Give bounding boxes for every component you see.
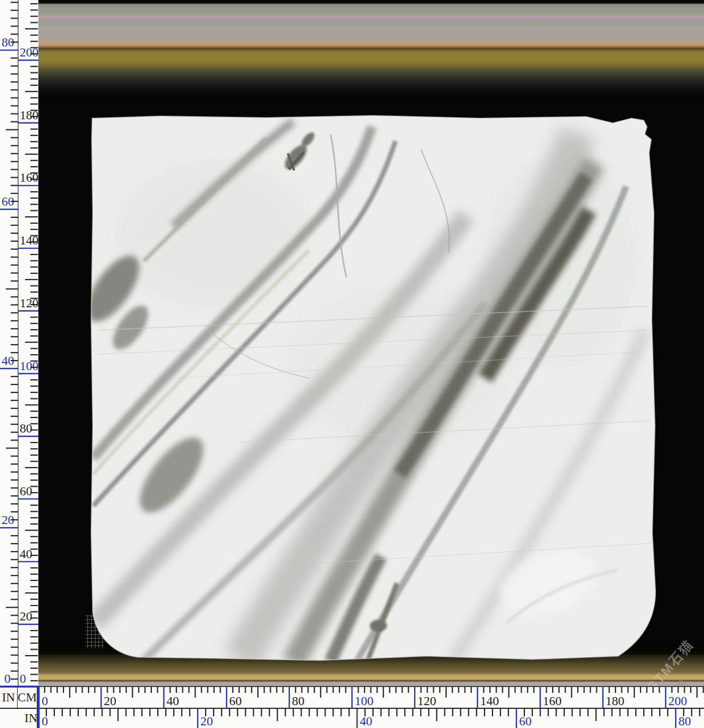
scanner-calibration-band-top <box>38 0 704 95</box>
svg-text:60: 60 <box>229 694 242 708</box>
bottom-ruler: 020406080100120140160180200020406080 <box>38 686 704 728</box>
svg-text:120: 120 <box>417 694 436 708</box>
corner-label-inches-vertical: IN <box>0 688 18 708</box>
svg-text:20: 20 <box>200 714 213 728</box>
corner-inches-row: IN <box>0 709 37 728</box>
svg-text:0: 0 <box>42 694 48 708</box>
ruler-corner: IN CM IN <box>0 686 38 728</box>
svg-text:0: 0 <box>42 714 48 728</box>
svg-text:20: 20 <box>20 609 33 623</box>
svg-text:60: 60 <box>20 484 33 498</box>
svg-text:40: 40 <box>360 714 373 728</box>
corner-units-row: IN CM <box>0 688 37 709</box>
svg-text:140: 140 <box>480 694 499 708</box>
svg-text:100: 100 <box>355 694 374 708</box>
svg-text:160: 160 <box>543 694 562 708</box>
corner-label-inches-horizontal: IN <box>0 711 37 725</box>
corner-label-cm-vertical: CM <box>18 691 37 705</box>
slab-scan-view: STM石猫 石猫 石猫 0204060801001201401601802000… <box>0 0 704 728</box>
svg-text:80: 80 <box>292 694 305 708</box>
svg-text:200: 200 <box>668 694 687 708</box>
svg-text:40: 40 <box>166 694 179 708</box>
marble-slab-image <box>80 101 666 676</box>
svg-text:20: 20 <box>104 694 117 708</box>
svg-text:0: 0 <box>4 672 11 685</box>
svg-text:0: 0 <box>20 672 26 685</box>
svg-text:80: 80 <box>20 421 33 435</box>
svg-text:40: 40 <box>20 547 33 561</box>
left-ruler: 020406080100120140160180200020406080 <box>0 0 38 687</box>
svg-text:60: 60 <box>519 714 532 728</box>
svg-text:80: 80 <box>678 714 691 728</box>
svg-text:180: 180 <box>605 694 624 708</box>
